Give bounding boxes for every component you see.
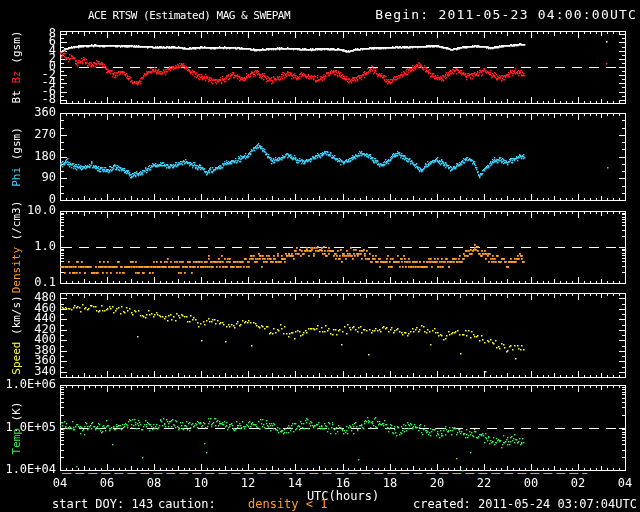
x-tick-label: 00: [517, 476, 545, 490]
x-tick-label: 18: [376, 476, 404, 490]
begin-timestamp: Begin: 2011-05-23 04:00:00UTC: [375, 7, 637, 22]
x-tick-label: 04: [611, 476, 639, 490]
y-tick-label: 90: [0, 170, 56, 185]
x-tick-label: 10: [187, 476, 215, 490]
y-axis-caption-temp: Temp (K): [10, 401, 23, 454]
footer-caution-value: density < 1: [248, 497, 327, 511]
x-tick-label: 06: [93, 476, 121, 490]
x-tick-label: 16: [329, 476, 357, 490]
footer-start-doy: start DOY: 143: [52, 497, 153, 511]
y-tick-label: 180: [0, 149, 56, 164]
y-tick-label: 270: [0, 127, 56, 142]
plot-canvas: [0, 0, 640, 512]
x-tick-label: 02: [564, 476, 592, 490]
y-tick-label: 0.1: [0, 275, 56, 290]
y-axis-caption-mag: Bt Bz (gsm): [10, 31, 23, 104]
axis-caption-part: Bz: [10, 70, 23, 83]
y-tick-label: 10.0: [0, 203, 56, 218]
x-tick-label: 08: [140, 476, 168, 490]
axis-caption-part: (gsm): [10, 31, 23, 71]
axis-caption-part: (gsm): [10, 127, 23, 167]
x-tick-label: 04: [46, 476, 74, 490]
y-axis-caption-density: Density (/cm3): [10, 201, 23, 294]
x-tick-label: 22: [470, 476, 498, 490]
footer-created-timestamp: created: 2011-05-24 03:07:04UTC: [413, 497, 637, 511]
y-tick-label: 1.0E+05: [0, 420, 56, 435]
axis-caption-part: Density: [10, 247, 23, 293]
y-tick-label: 1.0E+04: [0, 462, 56, 477]
axis-caption-part: Phi: [10, 166, 23, 186]
x-tick-label: 20: [423, 476, 451, 490]
ace-rtsw-figure: ACE RTSW (Estimated) MAG & SWEPAM Begin:…: [0, 0, 640, 512]
y-tick-label: 1.0: [0, 239, 56, 254]
footer-caution-label: caution:: [158, 497, 216, 511]
axis-caption-part: Bt: [10, 84, 23, 104]
axis-caption-part: (km/s): [10, 295, 23, 341]
y-tick-label: 360: [0, 105, 56, 120]
y-tick-label: 1.0E+06: [0, 377, 56, 392]
axis-caption-part: (K): [10, 401, 23, 428]
y-axis-caption-phi: Phi (gsm): [10, 127, 23, 187]
x-tick-label: 12: [234, 476, 262, 490]
axis-caption-part: Speed: [10, 342, 23, 375]
figure-title: ACE RTSW (Estimated) MAG & SWEPAM: [88, 9, 290, 22]
x-tick-label: 14: [281, 476, 309, 490]
axis-caption-part: (/cm3): [10, 201, 23, 247]
y-axis-caption-speed: Speed (km/s): [10, 295, 23, 374]
axis-caption-part: Temp: [10, 428, 23, 455]
